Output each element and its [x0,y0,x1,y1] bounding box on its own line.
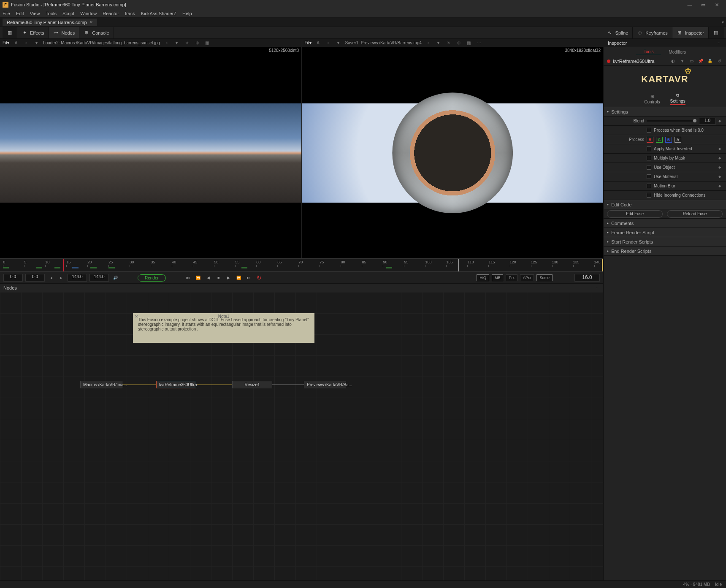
menu-view[interactable]: View [30,11,40,16]
end-time-1[interactable]: 144.0 [68,274,87,282]
channel-g-button[interactable]: G [656,137,663,143]
menu-file[interactable]: File [3,11,10,16]
minimize-button[interactable]: — [683,0,696,9]
channel-a-button[interactable]: A [675,137,681,143]
aprx-toggle[interactable]: APrx [520,274,534,281]
inspector-tab-tools[interactable]: Tools [636,49,661,55]
inspector-menu-icon[interactable]: ⋯ [715,40,722,46]
viewer1-btn2-icon[interactable]: ▾ [173,40,180,46]
insp-reset-icon[interactable]: ↺ [716,58,723,64]
next-kf-button[interactable]: ▸ [57,274,65,282]
play-rev-button[interactable]: ◀ [205,274,212,282]
prev-kf-button[interactable]: ◂ [47,274,55,282]
inspector-tab-modifiers[interactable]: Modifiers [661,49,693,55]
insp-lock-icon[interactable]: 🔒 [707,58,713,64]
menu-frack[interactable]: frack [125,11,135,16]
insp-btn1-icon[interactable]: ◐ [669,58,676,64]
viewer-2[interactable]: 3840x1920xfloat32 [301,47,603,258]
menu-kickass[interactable]: KickAss ShaderZ [141,11,176,16]
some-toggle[interactable]: Some [536,274,553,281]
stop-button[interactable]: ■ [215,274,222,282]
channel-r-button[interactable]: R [647,137,653,143]
reload-fuse-button[interactable]: Reload Fuse [667,210,723,218]
current-time-2[interactable]: 0.0 [25,274,45,282]
maximize-button[interactable]: ▭ [696,0,710,9]
viewer1-btn3-icon[interactable]: ✳ [184,40,190,46]
process-when-blend-checkbox[interactable] [647,128,651,133]
node-resize[interactable]: Resize1 [232,381,272,388]
loop-button[interactable]: ↻ [255,274,263,282]
viewer1-grid-icon[interactable]: ▦ [204,40,211,46]
range-end[interactable] [602,259,603,271]
spline-button[interactable]: ∿Spline [603,27,633,38]
section-comments[interactable]: ▸Comments [604,219,726,228]
viewer1-square-icon[interactable]: ▫ [23,40,30,46]
viewer1-btn1-icon[interactable]: ▫ [163,40,170,46]
edit-fuse-button[interactable]: Edit Fuse [607,210,663,218]
use-object-checkbox[interactable] [647,165,651,170]
viewer2-btn2-icon[interactable]: ▾ [435,40,442,46]
viewer2-btn4-icon[interactable]: ⊕ [455,40,462,46]
current-time-1[interactable]: 0.0 [3,274,23,282]
console-button[interactable]: ⚙Console [79,27,114,38]
viewer2-dots-icon[interactable]: ⋯ [476,40,482,46]
menu-window[interactable]: Window [80,11,97,16]
step-back-button[interactable]: ⏪ [195,274,202,282]
render-button[interactable]: Render [138,274,166,282]
viewer2-btn3-icon[interactable]: ✳ [445,40,452,46]
step-fwd-button[interactable]: ⏩ [235,274,243,282]
node-reframe[interactable]: kvrReframe360Ultra [156,381,196,388]
node-saver[interactable]: Previews:/KartaVR/Ba... [304,381,346,388]
kf-icon[interactable]: ◆ [718,165,723,169]
insp-pin-icon[interactable]: 📌 [697,58,704,64]
viewer1-fit[interactable]: Fit▾ [3,41,9,45]
kf-icon[interactable]: ◆ [718,175,723,179]
right-layout-toggle[interactable]: ▤ [709,27,723,38]
viewer2-btn1-icon[interactable]: ▫ [425,40,432,46]
node-loader[interactable]: Macros:/KartaVR/Ima... [80,381,122,388]
viewer-1[interactable]: 5120x2560xint8 [0,47,301,258]
hide-conn-checkbox[interactable] [647,193,651,198]
channel-b-button[interactable]: B [665,137,672,143]
end-time-2[interactable]: 144.0 [89,274,109,282]
nodes-button[interactable]: ⊶Nodes [49,27,79,38]
menu-edit[interactable]: Edit [16,11,24,16]
note-close-icon[interactable]: ✕ [135,314,138,319]
tabs-menu-icon[interactable]: ▾ [719,19,726,25]
go-start-button[interactable]: ⏮ [184,274,192,282]
use-material-checkbox[interactable] [647,174,651,179]
viewer2-chev-icon[interactable]: ▾ [335,40,342,46]
blend-keyframe-icon[interactable]: ◆ [718,119,723,123]
insp-btn2-icon[interactable]: ▾ [679,58,685,64]
kf-icon[interactable]: ◆ [718,156,723,160]
section-end-render[interactable]: ▸End Render Scripts [604,247,726,256]
blend-slider[interactable] [647,120,696,122]
keyframes-button[interactable]: ◇Keyframes [633,27,672,38]
mb-toggle[interactable]: MB [492,274,504,281]
document-tab[interactable]: Reframe360 Tiny Planet Barrens.comp ✕ [3,19,97,26]
section-start-render[interactable]: ▸Start Render Scripts [604,237,726,247]
kf-icon[interactable]: ◆ [718,147,723,151]
go-end-button[interactable]: ⏭ [245,274,253,282]
audio-icon[interactable]: 🔊 [111,274,119,282]
menu-reactor[interactable]: Reactor [103,11,119,16]
menu-help[interactable]: Help [182,11,192,16]
viewer1-chev-icon[interactable]: ▾ [33,40,40,46]
marker[interactable] [458,259,459,271]
section-settings[interactable]: ▾Settings [604,107,726,117]
menu-tools[interactable]: Tools [46,11,57,16]
effects-button[interactable]: ✦Effects [17,27,49,38]
close-tab-icon[interactable]: ✕ [89,20,93,24]
note-node[interactable]: ✕ Note1 This Fusion example project show… [133,313,314,343]
mult-mask-checkbox[interactable] [647,156,651,160]
viewer2-a-icon[interactable]: A [315,40,322,46]
layout-toggle[interactable]: ▥ [3,27,17,38]
playhead[interactable] [63,259,64,271]
viewer2-fit[interactable]: Fit▾ [305,41,312,45]
controls-tab[interactable]: ⊞Controls [644,94,660,105]
apply-mask-checkbox[interactable] [647,146,651,151]
kf-icon[interactable]: ◆ [718,184,723,188]
insp-copy-icon[interactable]: ▭ [688,58,695,64]
section-editcode[interactable]: ▾Edit Code [604,200,726,209]
viewer1-a-icon[interactable]: A [13,40,19,46]
